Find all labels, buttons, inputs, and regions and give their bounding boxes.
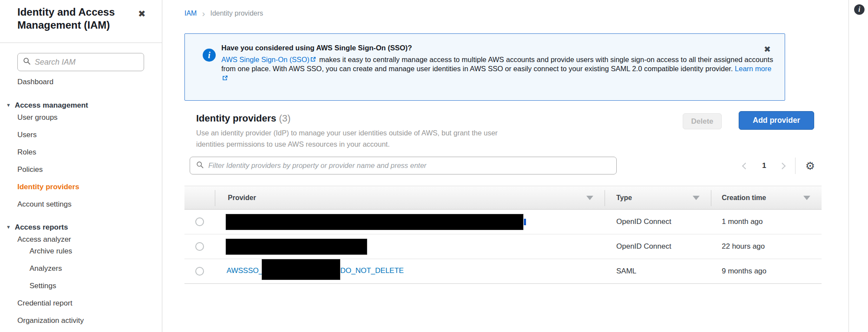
pagination: 1 ⚙ (738, 158, 815, 174)
sidebar-divider (0, 43, 162, 43)
row-radio[interactable] (195, 267, 204, 276)
table-row: OpenID Connect 1 month ago (184, 210, 822, 234)
section-description: Use an identity provider (IdP) to manage… (196, 127, 500, 150)
filter-input[interactable] (208, 161, 610, 170)
sort-icon[interactable] (586, 196, 593, 200)
search-icon (23, 57, 31, 67)
table-row: AWSSSO_ DO_NOT_DELETE SAML 9 months ago (184, 259, 822, 284)
row-radio[interactable] (195, 242, 204, 251)
redacted-provider-name (262, 259, 340, 280)
cell-provider: AWSSSO_ DO_NOT_DELETE (215, 259, 605, 284)
cell-provider (215, 239, 605, 255)
current-page: 1 (762, 161, 766, 170)
breadcrumb-chevron-icon: › (202, 10, 205, 17)
row-radio[interactable] (195, 217, 204, 226)
right-rail-divider (848, 0, 849, 332)
delete-button[interactable]: Delete (683, 113, 722, 129)
cell-type: SAML (605, 267, 711, 276)
learn-more-link[interactable]: Learn more (735, 65, 771, 72)
banner-title: Have you considered using AWS Single Sig… (221, 43, 775, 53)
search-icon (196, 161, 204, 171)
sidebar-item-archive-rules[interactable]: Archive rules (30, 247, 72, 256)
sidebar-search[interactable] (17, 53, 144, 71)
filter-input-wrapper[interactable] (190, 157, 617, 174)
header-type: Type (605, 186, 711, 209)
banner-body: AWS Single Sign-On (SSO) makes it easy t… (221, 55, 775, 83)
sidebar-item-policies[interactable]: Policies (17, 165, 43, 174)
sidebar-item-account-settings[interactable]: Account settings (17, 200, 72, 209)
iam-sidebar: Identity and Access Management (IAM) ✖ D… (0, 0, 162, 332)
sidebar-item-analyzers[interactable]: Analyzers (30, 264, 62, 273)
breadcrumb-link-iam[interactable]: IAM (184, 10, 197, 17)
item-count: (3) (279, 113, 291, 124)
add-provider-button[interactable]: Add provider (739, 111, 814, 130)
sidebar-item-users[interactable]: Users (17, 131, 36, 139)
sort-icon[interactable] (803, 196, 810, 200)
sort-icon[interactable] (693, 196, 700, 200)
provider-link[interactable]: AWSSSO_ (227, 266, 263, 275)
redacted-provider-name (226, 239, 367, 255)
sidebar-item-access-analyzer[interactable]: Access analyzer (17, 235, 71, 244)
redaction-edge (524, 219, 526, 225)
header-creation-time: Creation time (711, 186, 822, 209)
table-row: OpenID Connect 22 hours ago (184, 234, 822, 259)
cell-provider (215, 214, 605, 230)
sidebar-item-credential-report[interactable]: Credential report (17, 299, 72, 308)
cell-creation-time: 22 hours ago (711, 242, 822, 251)
sidebar-section-access-management[interactable]: ▼Access management (6, 101, 88, 110)
sidebar-title: Identity and Access Management (IAM) (17, 6, 128, 32)
previous-page-icon[interactable] (742, 162, 749, 169)
sso-banner: i ✖ Have you considered using AWS Single… (184, 33, 785, 101)
cell-creation-time: 1 month ago (711, 217, 822, 226)
sidebar-item-settings[interactable]: Settings (30, 282, 56, 290)
cell-type: OpenID Connect (605, 217, 711, 226)
sidebar-section-access-reports[interactable]: ▼Access reports (6, 223, 68, 232)
sso-link[interactable]: AWS Single Sign-On (SSO) (221, 56, 309, 63)
info-icon: i (203, 49, 216, 62)
sidebar-item-user-groups[interactable]: User groups (17, 113, 58, 122)
redacted-provider-name (226, 214, 523, 230)
breadcrumb-current: Identity providers (210, 10, 263, 17)
sidebar-close-icon[interactable]: ✖ (138, 9, 146, 19)
cell-creation-time: 9 months ago (711, 267, 822, 276)
breadcrumb: IAM › Identity providers (184, 10, 263, 17)
provider-link[interactable]: DO_NOT_DELETE (340, 266, 404, 275)
sidebar-item-dashboard[interactable]: Dashboard (17, 78, 53, 86)
external-link-icon (310, 55, 316, 61)
sidebar-item-roles[interactable]: Roles (17, 148, 36, 157)
next-page-icon[interactable] (779, 162, 786, 169)
table-header-row: Provider Type Creation time (184, 186, 822, 210)
cell-type: OpenID Connect (605, 242, 711, 251)
sidebar-item-organization-activity[interactable]: Organization activity (17, 316, 84, 325)
header-provider: Provider (215, 186, 605, 209)
sidebar-item-identity-providers[interactable]: Identity providers (17, 183, 79, 191)
gear-icon[interactable]: ⚙ (805, 161, 815, 171)
external-link-icon (222, 74, 228, 79)
help-panel-info-icon[interactable]: i (854, 4, 865, 15)
chevron-down-icon: ▼ (6, 224, 11, 230)
identity-providers-table: Provider Type Creation time OpenID Conne… (184, 186, 822, 284)
page-title: Identity providers (3) (196, 113, 291, 124)
sidebar-search-input[interactable] (35, 58, 138, 67)
chevron-down-icon: ▼ (6, 102, 11, 108)
banner-content: Have you considered using AWS Single Sig… (221, 43, 775, 83)
pagination-divider (795, 158, 796, 174)
